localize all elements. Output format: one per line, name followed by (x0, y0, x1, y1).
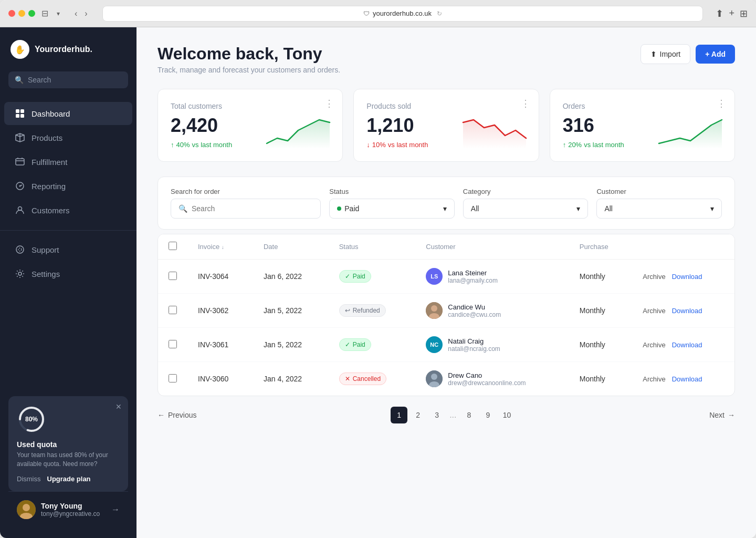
maximize-dot[interactable] (28, 10, 35, 17)
address-bar[interactable]: 🛡 yourorderhub.co.uk ↻ (102, 6, 704, 22)
quota-card: ✕ 80% Used quota Your team has used 80% … (8, 396, 128, 491)
filters-section: Search for order 🔍 Status Paid (158, 177, 735, 230)
quota-dismiss-button[interactable]: Dismiss (17, 475, 41, 483)
filter-category-select[interactable]: All ▾ (463, 199, 589, 219)
customer-name-3: Natali Craig (448, 337, 500, 345)
row-actions-2: Archive Download (643, 307, 724, 315)
dashboard-label: Dashboard (32, 109, 70, 118)
filter-category-label: Category (463, 188, 589, 195)
user-info: Tony Young tony@yngcreative.co (41, 502, 106, 518)
next-label: Next (709, 411, 724, 419)
svg-rect-3 (20, 114, 24, 118)
filter-customer-select[interactable]: All ▾ (596, 199, 722, 219)
add-button[interactable]: + Add (696, 45, 735, 64)
stat-menu-customers[interactable]: ⋮ (324, 98, 334, 109)
customer-2: Candice Wu candice@cwu.com (415, 294, 569, 328)
page-btn-3[interactable]: 3 (428, 407, 445, 423)
sidebar-item-settings[interactable]: Settings (4, 262, 132, 285)
row-checkbox-4[interactable] (169, 374, 177, 382)
avatar-2 (426, 302, 443, 319)
check-icon: ✓ (345, 273, 350, 280)
row-checkbox-1[interactable] (169, 272, 177, 280)
table-row: INV-3060 Jan 4, 2022 ✕ Cancelled (158, 362, 734, 396)
page-btn-2[interactable]: 2 (410, 407, 426, 423)
logout-button[interactable]: → (111, 505, 120, 514)
sidebar-item-support[interactable]: Support (4, 238, 132, 261)
download-button-1[interactable]: Download (672, 273, 702, 281)
next-button[interactable]: Next → (709, 411, 735, 419)
user-avatar (17, 500, 36, 519)
sidebar-search[interactable]: 🔍 Search (8, 71, 128, 88)
logo: ✋ Yourorderhub. (0, 27, 136, 67)
avatar-1: LS (426, 268, 443, 285)
archive-button-2[interactable]: Archive (643, 307, 665, 315)
close-dot[interactable] (8, 10, 15, 17)
row-checkbox-2[interactable] (169, 306, 177, 314)
check-icon-3: ✓ (345, 341, 350, 348)
sidebar-item-reporting[interactable]: Reporting (4, 174, 132, 198)
filter-search-input[interactable]: 🔍 (171, 199, 321, 219)
search-field[interactable] (192, 204, 313, 213)
trend-pct-products: 10% (372, 141, 386, 149)
row-actions-1: Archive Download (643, 273, 724, 281)
purchase-4: Monthly (569, 362, 633, 396)
page-btn-8[interactable]: 8 (461, 407, 478, 423)
customers-label: Customers (32, 206, 70, 215)
category-value: All (471, 204, 479, 213)
page-header: Welcome back, Tony Track, manage and for… (158, 44, 735, 74)
search-label: Search (28, 76, 51, 84)
customer-email-1: lana@gmaily.com (448, 277, 498, 284)
settings-label: Settings (32, 270, 60, 278)
customer-name-1: Lana Steiner (448, 269, 498, 277)
sidebar-item-products[interactable]: Products (4, 126, 132, 149)
share-button[interactable]: ⬆ (716, 8, 723, 19)
support-icon (15, 244, 25, 255)
next-arrow: → (728, 411, 735, 419)
stat-menu-products[interactable]: ⋮ (521, 98, 530, 109)
prev-button[interactable]: ← Previous (158, 411, 196, 419)
trend-arrow-orders: ↑ (563, 141, 566, 149)
download-button-3[interactable]: Download (672, 341, 702, 349)
reporting-icon (15, 181, 25, 191)
row-checkbox-3[interactable] (169, 340, 177, 348)
archive-button-1[interactable]: Archive (643, 273, 665, 281)
search-input-icon: 🔍 (178, 204, 187, 213)
archive-button-4[interactable]: Archive (643, 375, 665, 383)
filter-customer-group: Customer All ▾ (596, 188, 722, 219)
quota-close-button[interactable]: ✕ (116, 402, 122, 411)
sidebar-item-dashboard[interactable]: Dashboard (4, 102, 132, 125)
page-btn-1[interactable]: 1 (391, 407, 407, 423)
purchase-1: Monthly (569, 260, 633, 294)
back-button[interactable]: ‹ (72, 7, 79, 20)
sidebar-item-customers[interactable]: Customers (4, 199, 132, 222)
products-icon (15, 132, 25, 143)
filter-customer-label: Customer (596, 188, 722, 195)
fulfillment-icon (15, 157, 25, 167)
trend-text-orders: vs last month (584, 141, 624, 149)
sidebar-toggle[interactable]: ⊟ (39, 6, 50, 20)
forward-button[interactable]: › (82, 7, 89, 20)
minimize-dot[interactable] (18, 10, 25, 17)
page-btn-9[interactable]: 9 (480, 407, 497, 423)
sidebar: ✋ Yourorderhub. 🔍 Search (0, 27, 136, 538)
filter-status-select[interactable]: Paid ▾ (329, 199, 455, 219)
date-1: Jan 6, 2022 (253, 260, 329, 294)
archive-button-3[interactable]: Archive (643, 341, 665, 349)
quota-upgrade-button[interactable]: Upgrade plan (47, 475, 91, 483)
select-all-checkbox[interactable] (169, 242, 177, 250)
tabs-button[interactable]: ⊞ (740, 8, 748, 19)
customer-1: LS Lana Steiner lana@gmaily.com (415, 260, 569, 294)
dropdown-btn[interactable]: ▾ (55, 8, 62, 19)
pagination-pages: 1 2 3 ... 8 9 10 (391, 407, 515, 423)
new-tab-button[interactable]: + (729, 8, 734, 19)
import-button[interactable]: ⬆ Import (640, 44, 691, 64)
customer-chevron-icon: ▾ (710, 204, 714, 213)
sidebar-item-fulfillment[interactable]: Fulfillment (4, 150, 132, 173)
invoice-id-3: INV-3061 (187, 328, 253, 362)
stat-menu-orders[interactable]: ⋮ (717, 98, 726, 109)
download-button-4[interactable]: Download (672, 375, 702, 383)
filter-status-group: Status Paid ▾ (329, 188, 455, 219)
quota-percent: 80% (25, 416, 38, 423)
download-button-2[interactable]: Download (672, 307, 702, 315)
page-btn-10[interactable]: 10 (499, 407, 516, 423)
